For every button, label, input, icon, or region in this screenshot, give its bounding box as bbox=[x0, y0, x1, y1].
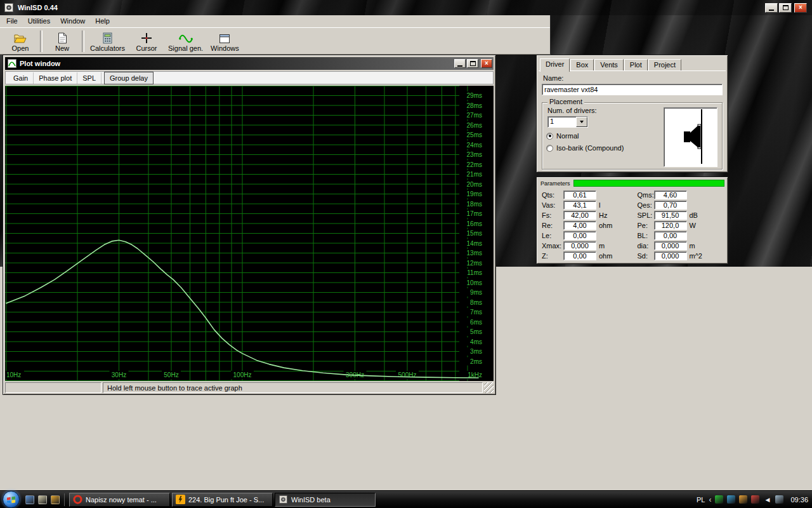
toolbar-separator bbox=[82, 30, 84, 52]
num-drivers-select[interactable]: 1 bbox=[547, 116, 588, 128]
tab-gain[interactable]: Gain bbox=[8, 72, 34, 84]
language-indicator[interactable]: PL bbox=[697, 496, 705, 504]
param-label: Qts: bbox=[540, 191, 563, 199]
task-button-winisd-beta[interactable]: WinISD beta bbox=[275, 493, 376, 507]
menu-item-help[interactable]: Help bbox=[90, 16, 115, 27]
svg-text:11ms: 11ms bbox=[467, 269, 482, 276]
toolbar-button-windows[interactable]: Windows bbox=[207, 29, 243, 53]
param-label: Sd: bbox=[632, 252, 654, 260]
svg-text:12ms: 12ms bbox=[467, 260, 482, 267]
parameters-column-right: Qms:4,60Qes:0,70SPL:91,50dBPe:120,0WBL:0… bbox=[632, 190, 725, 261]
param-row-qms: Qms:4,60 bbox=[632, 190, 725, 200]
toolbar-button-new[interactable]: New bbox=[44, 29, 80, 53]
param-value-field[interactable]: 42,00 bbox=[563, 211, 596, 220]
tray-icon-red-app[interactable] bbox=[751, 495, 759, 504]
param-value-field[interactable]: 91,50 bbox=[654, 211, 687, 220]
resize-grip[interactable] bbox=[484, 382, 494, 393]
param-value-field[interactable]: 0,61 bbox=[563, 190, 596, 199]
quick-launch-explorer-icon[interactable] bbox=[38, 495, 47, 504]
chevron-down-icon bbox=[580, 121, 584, 123]
svg-text:2ms: 2ms bbox=[470, 358, 482, 365]
plot-minimize-button[interactable] bbox=[454, 59, 466, 68]
toolbar-separator bbox=[40, 30, 43, 52]
clock[interactable]: 09:36 bbox=[790, 496, 808, 504]
toolbar-button-open[interactable]: Open bbox=[3, 29, 38, 53]
tab-spl[interactable]: SPL bbox=[77, 72, 102, 84]
param-value-field[interactable]: 0,000 bbox=[654, 251, 687, 260]
main-title-bar[interactable]: WinISD 0.44 × bbox=[0, 0, 812, 15]
param-value-field[interactable]: 0,70 bbox=[654, 201, 687, 210]
app-icon bbox=[4, 3, 14, 13]
toolbar-button-cursor[interactable]: Cursor bbox=[129, 29, 164, 53]
param-value-field[interactable]: 0,00 bbox=[563, 251, 596, 260]
tray-icon-green-app[interactable] bbox=[715, 495, 723, 504]
param-label: Vas: bbox=[540, 201, 563, 209]
screen: WinISD 0.44 × FileUtilitiesWindowHelp Op… bbox=[0, 0, 812, 508]
minimize-button[interactable] bbox=[765, 3, 778, 13]
group-delay-chart: 29ms28ms27ms26ms25ms24ms23ms22ms21ms20ms… bbox=[5, 86, 494, 381]
plot-canvas[interactable]: 29ms28ms27ms26ms25ms24ms23ms22ms21ms20ms… bbox=[5, 86, 494, 381]
param-value-field[interactable]: 0,000 bbox=[563, 241, 596, 250]
tray-chevron-icon[interactable]: ‹ bbox=[709, 495, 711, 504]
plot-close-button[interactable]: × bbox=[481, 59, 492, 68]
quick-launch-bar bbox=[25, 495, 60, 504]
param-row-z: Z:0,00ohm bbox=[540, 251, 632, 261]
svg-text:21ms: 21ms bbox=[467, 171, 482, 178]
tab-driver[interactable]: Driver bbox=[540, 58, 570, 72]
svg-text:100Hz: 100Hz bbox=[233, 371, 252, 378]
task-button-napisz-nowy-temat[interactable]: Napisz nowy temat - ... bbox=[69, 493, 170, 507]
start-button[interactable] bbox=[3, 491, 20, 508]
param-value-field[interactable]: 0,00 bbox=[563, 231, 596, 240]
tab-plot[interactable]: Plot bbox=[624, 59, 648, 70]
svg-text:23ms: 23ms bbox=[467, 151, 482, 158]
param-value-field[interactable]: 4,00 bbox=[563, 221, 596, 230]
param-label: Fs: bbox=[540, 211, 563, 219]
crosshair-icon bbox=[141, 31, 152, 44]
volume-icon[interactable]: ◀ bbox=[763, 495, 771, 504]
window-title: WinISD 0.44 bbox=[18, 4, 58, 11]
tab-box[interactable]: Box bbox=[570, 59, 594, 70]
tray-icon-orange-app[interactable] bbox=[739, 495, 747, 504]
toolbar-button-calculators[interactable]: Calculators bbox=[86, 29, 129, 53]
driver-name-input[interactable]: ravemaster vxt84 bbox=[542, 84, 723, 95]
parameters-caption[interactable]: Parameters bbox=[539, 179, 726, 187]
param-value-field[interactable]: 0,000 bbox=[654, 241, 687, 250]
param-value-field[interactable]: 43,1 bbox=[563, 201, 596, 210]
param-row-spl: SPL:91,50dB bbox=[632, 210, 725, 220]
display-icon[interactable] bbox=[775, 495, 783, 504]
tab-vents[interactable]: Vents bbox=[594, 59, 624, 70]
param-unit: dB bbox=[690, 211, 698, 219]
plot-restore-button[interactable] bbox=[467, 59, 478, 68]
tab-group-delay[interactable]: Group delay bbox=[104, 72, 154, 84]
tray-icon-teal-app[interactable] bbox=[727, 495, 735, 504]
driver-tab-strip: DriverBoxVentsPlotProject bbox=[539, 57, 726, 70]
close-button[interactable]: × bbox=[794, 3, 807, 13]
tab-project[interactable]: Project bbox=[648, 59, 681, 70]
svg-text:6ms: 6ms bbox=[470, 319, 482, 326]
svg-text:30Hz: 30Hz bbox=[112, 371, 126, 378]
param-value-field[interactable]: 4,60 bbox=[654, 190, 687, 199]
menu-item-file[interactable]: File bbox=[1, 16, 23, 27]
dropdown-button[interactable] bbox=[576, 117, 587, 127]
param-row-sd: Sd:0,000m^2 bbox=[632, 251, 725, 261]
svg-text:22ms: 22ms bbox=[467, 161, 482, 168]
param-value-field[interactable]: 0,00 bbox=[654, 231, 687, 240]
toolbar: OpenNewCalculatorsCursorSignal gen.Windo… bbox=[0, 27, 550, 55]
param-unit: W bbox=[690, 222, 696, 229]
taskbar: Napisz nowy temat - ...224. Big Pun ft J… bbox=[0, 490, 812, 508]
name-label: Name: bbox=[543, 74, 723, 82]
quick-launch-media-icon[interactable] bbox=[51, 495, 60, 504]
plot-window-title-bar[interactable]: Plot window × bbox=[5, 57, 494, 70]
param-row-pe: Pe:120,0W bbox=[632, 220, 725, 231]
menu-bar: FileUtilitiesWindowHelp bbox=[0, 15, 550, 27]
taskbar-separator bbox=[64, 493, 65, 506]
menu-item-utilities[interactable]: Utilities bbox=[23, 16, 55, 27]
tab-phase-plot[interactable]: Phase plot bbox=[34, 72, 77, 84]
task-button-224-big-pun-ft-joe-s[interactable]: 224. Big Pun ft Joe - S... bbox=[172, 493, 273, 507]
quick-launch-desktop-icon[interactable] bbox=[25, 495, 34, 504]
toolbar-button-signal-gen[interactable]: Signal gen. bbox=[164, 29, 207, 53]
param-value-field[interactable]: 120,0 bbox=[654, 221, 687, 230]
restore-button[interactable] bbox=[779, 3, 792, 13]
open-folder-icon bbox=[14, 31, 27, 44]
menu-item-window[interactable]: Window bbox=[55, 16, 90, 27]
